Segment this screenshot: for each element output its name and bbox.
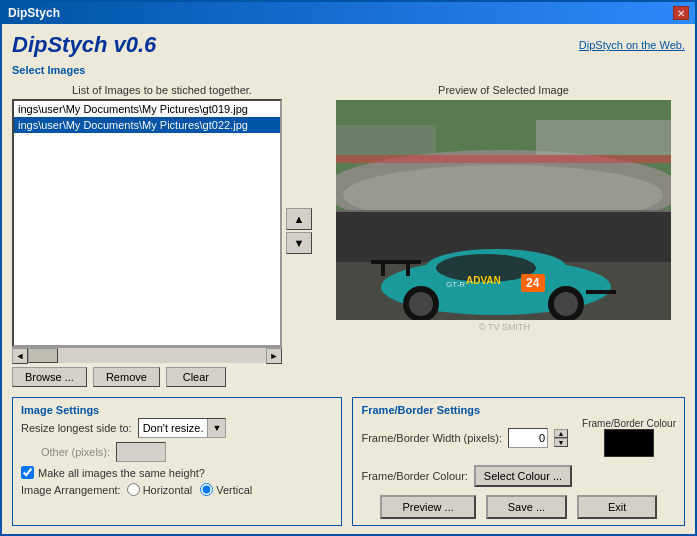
frame-settings-label: Frame/Border Settings <box>361 404 676 416</box>
web-link[interactable]: DipStych on the Web. <box>579 39 685 51</box>
scroll-right-arrow[interactable]: ► <box>266 348 282 364</box>
horizontal-radio[interactable] <box>127 483 140 496</box>
exit-button[interactable]: Exit <box>577 495 657 519</box>
svg-rect-3 <box>336 155 671 163</box>
vertical-label: Vertical <box>216 484 252 496</box>
other-input[interactable] <box>116 442 166 462</box>
horizontal-option: Horizontal <box>127 483 193 496</box>
list-item[interactable]: ings\user\My Documents\My Pictures\gt022… <box>14 117 280 133</box>
preview-button[interactable]: Preview ... <box>380 495 475 519</box>
resize-label: Resize longest side to: <box>21 422 132 434</box>
resize-value: Don't resize. <box>139 422 208 434</box>
image-settings-label: Image Settings <box>21 404 333 416</box>
vertical-option: Vertical <box>200 483 252 496</box>
preview-bottom: ADVAN 24 GT-R <box>336 210 671 320</box>
svg-text:ADVAN: ADVAN <box>466 275 501 286</box>
same-height-row: Make all images the same height? <box>21 466 333 479</box>
arrangement-row: Image Arrangement: Horizontal Vertical <box>21 483 333 496</box>
scroll-track[interactable] <box>28 348 266 363</box>
move-up-button[interactable]: ▲ <box>286 208 312 230</box>
spinner-up[interactable]: ▲ <box>554 429 568 438</box>
width-row: Frame/Border Width (pixels): ▲ ▼ Frame/B… <box>361 418 676 457</box>
other-label: Other (pixels): <box>21 446 110 458</box>
other-row: Other (pixels): <box>21 442 333 462</box>
image-list[interactable]: ings\user\My Documents\My Pictures\gt019… <box>12 99 282 347</box>
preview-credit: © TV SMITH <box>477 322 530 332</box>
width-label: Frame/Border Width (pixels): <box>361 432 502 444</box>
main-window: DipStych ✕ DipStych v0.6 DipStych on the… <box>0 0 697 536</box>
list-label: List of Images to be stiched together. <box>12 84 312 96</box>
right-panel: Preview of Selected Image <box>322 84 685 387</box>
same-height-checkbox[interactable] <box>21 466 34 479</box>
remove-button[interactable]: Remove <box>93 367 160 387</box>
vertical-radio[interactable] <box>200 483 213 496</box>
colour-swatch-display <box>604 429 654 457</box>
svg-text:GT-R: GT-R <box>446 280 465 289</box>
svg-text:24: 24 <box>526 276 540 290</box>
scroll-left-arrow[interactable]: ◄ <box>12 348 28 364</box>
list-with-arrows: ings\user\My Documents\My Pictures\gt019… <box>12 99 312 363</box>
scroll-thumb[interactable] <box>28 348 58 363</box>
colour-swatch-label: Frame/Border Colour <box>582 418 676 429</box>
svg-rect-14 <box>406 264 410 276</box>
select-colour-button[interactable]: Select Colour ... <box>474 465 572 487</box>
app-title: DipStych v0.6 <box>12 32 156 58</box>
resize-row: Resize longest side to: Don't resize. ▼ <box>21 418 333 438</box>
clear-button[interactable]: Clear <box>166 367 226 387</box>
bottom-section: Image Settings Resize longest side to: D… <box>12 397 685 526</box>
content-area: DipStych v0.6 DipStych on the Web. Selec… <box>2 24 695 534</box>
image-settings-group: Image Settings Resize longest side to: D… <box>12 397 342 526</box>
svg-rect-12 <box>371 260 421 264</box>
select-images-label: Select Images <box>12 64 685 76</box>
resize-dropdown[interactable]: Don't resize. ▼ <box>138 418 227 438</box>
svg-rect-13 <box>381 264 385 276</box>
list-item[interactable]: ings\user\My Documents\My Pictures\gt019… <box>14 101 280 117</box>
width-spinner: ▲ ▼ <box>554 429 568 447</box>
title-bar-text: DipStych <box>8 6 60 20</box>
list-area: ings\user\My Documents\My Pictures\gt019… <box>12 99 282 363</box>
radio-row: Horizontal Vertical <box>127 483 253 496</box>
up-down-buttons: ▲ ▼ <box>286 99 312 363</box>
preview-image: ADVAN 24 GT-R <box>336 100 671 320</box>
horizontal-scrollbar[interactable]: ◄ ► <box>12 347 282 363</box>
close-button[interactable]: ✕ <box>673 6 689 20</box>
colour-label: Frame/Border Colour: <box>361 470 467 482</box>
resize-dropdown-arrow[interactable]: ▼ <box>207 419 225 437</box>
svg-rect-5 <box>336 125 436 155</box>
left-panel: List of Images to be stiched together. i… <box>12 84 312 387</box>
action-buttons: Preview ... Save ... Exit <box>361 495 676 519</box>
svg-rect-11 <box>586 290 616 294</box>
move-down-button[interactable]: ▼ <box>286 232 312 254</box>
same-height-label: Make all images the same height? <box>38 467 205 479</box>
browse-button[interactable]: Browse ... <box>12 367 87 387</box>
horizontal-label: Horizontal <box>143 484 193 496</box>
colour-row: Frame/Border Colour: Select Colour ... <box>361 465 676 487</box>
width-input[interactable] <box>508 428 548 448</box>
preview-label: Preview of Selected Image <box>438 84 569 96</box>
main-row: List of Images to be stiched together. i… <box>12 84 685 387</box>
svg-rect-4 <box>536 120 671 155</box>
arrangement-label: Image Arrangement: <box>21 484 121 496</box>
save-button[interactable]: Save ... <box>486 495 567 519</box>
svg-point-18 <box>554 292 578 316</box>
spinner-down[interactable]: ▼ <box>554 438 568 447</box>
svg-point-16 <box>409 292 433 316</box>
preview-top <box>336 100 671 210</box>
header-row: DipStych v0.6 DipStych on the Web. <box>12 32 685 58</box>
browse-row: Browse ... Remove Clear <box>12 367 312 387</box>
frame-settings-group: Frame/Border Settings Frame/Border Width… <box>352 397 685 526</box>
title-bar: DipStych ✕ <box>2 2 695 24</box>
